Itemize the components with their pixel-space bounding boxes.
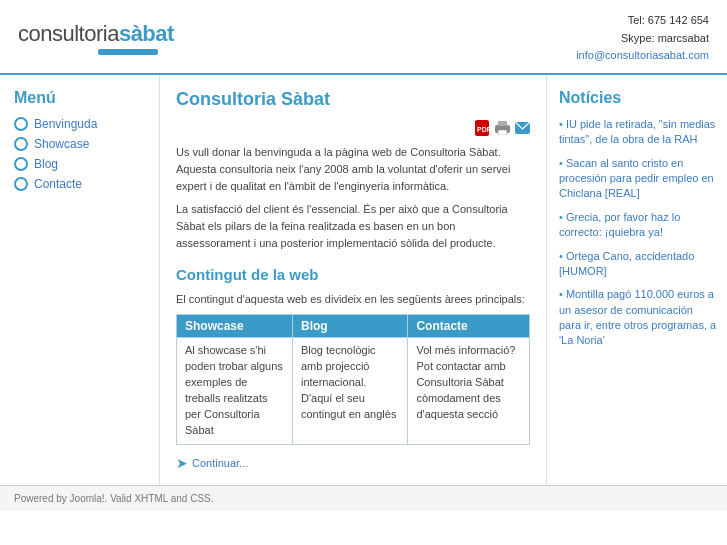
email-icon[interactable]	[514, 120, 530, 136]
news-item-3[interactable]: Ortega Cano, accidentado [HUMOR]	[559, 249, 717, 280]
table-cell-showcase: Al showcase s'hi poden trobar alguns exe…	[177, 338, 293, 445]
logo-underline	[98, 49, 158, 55]
pdf-icon[interactable]: PDF	[474, 120, 490, 136]
arrow-icon: ➤	[176, 455, 188, 471]
news-item-1[interactable]: Sacan al santo cristo en procesión para …	[559, 156, 717, 202]
news-link-2[interactable]: Grecia, por favor haz lo correcto: ¡quie…	[559, 211, 680, 238]
contact-email[interactable]: info@consultoriasabat.com	[576, 47, 709, 65]
circle-icon	[14, 177, 28, 191]
sidebar-link-contacte[interactable]: Contacte	[34, 177, 82, 191]
content-title: Consultoria Sàbat	[176, 89, 530, 110]
svg-text:PDF: PDF	[477, 126, 489, 133]
section-intro: El contingut d'aquesta web es divideix e…	[176, 291, 530, 308]
news-item-2[interactable]: Grecia, por favor haz lo correcto: ¡quie…	[559, 210, 717, 241]
table-header-showcase: Showcase	[177, 315, 293, 338]
sidebar-item-showcase[interactable]: Showcase	[14, 137, 149, 151]
table-header-blog: Blog	[292, 315, 407, 338]
logo-text-row: consultoriasàbat	[18, 21, 174, 47]
news-link-3[interactable]: Ortega Cano, accidentado [HUMOR]	[559, 250, 694, 277]
circle-icon	[14, 117, 28, 131]
logo-text: consultoriasàbat	[18, 21, 174, 47]
logo-accent: sàbat	[119, 21, 174, 46]
table-cell-blog: Blog tecnològic amb projecció internacio…	[292, 338, 407, 445]
news-title: Notícies	[559, 89, 717, 107]
sidebar-link-benvinguda[interactable]: Benvinguda	[34, 117, 97, 131]
contact-skype: Skype: marcsabat	[576, 30, 709, 48]
header: consultoriasàbat Tel: 675 142 654 Skype:…	[0, 0, 727, 75]
main-content: Consultoria Sàbat PDF Us vull donar la b…	[160, 75, 547, 485]
print-icon[interactable]	[494, 120, 510, 136]
news-item-0[interactable]: IU pide la retirada, "sin medias tintas"…	[559, 117, 717, 148]
news-link-0[interactable]: IU pide la retirada, "sin medias tintas"…	[559, 118, 715, 145]
sidebar-item-benvinguda[interactable]: Benvinguda	[14, 117, 149, 131]
logo: consultoriasàbat	[18, 21, 174, 55]
circle-icon	[14, 157, 28, 171]
contact-email-link[interactable]: info@consultoriasabat.com	[576, 49, 709, 61]
circle-icon	[14, 137, 28, 151]
svg-rect-3	[498, 121, 507, 126]
news-link-1[interactable]: Sacan al santo cristo en procesión para …	[559, 157, 714, 200]
sidebar-link-blog[interactable]: Blog	[34, 157, 58, 171]
sidebar-item-contacte[interactable]: Contacte	[14, 177, 149, 191]
sidebar-link-showcase[interactable]: Showcase	[34, 137, 89, 151]
sidebar: Menú Benvinguda Showcase Blog Contacte	[0, 75, 160, 485]
table-header-contacte: Contacte	[408, 315, 530, 338]
continuar-anchor[interactable]: Continuar...	[192, 457, 248, 469]
intro-p1: Us vull donar la benvinguda a la pàgina …	[176, 144, 530, 195]
sidebar-item-blog[interactable]: Blog	[14, 157, 149, 171]
section-title: Contingut de la web	[176, 266, 530, 283]
svg-rect-4	[498, 130, 507, 135]
main-layout: Menú Benvinguda Showcase Blog Contacte C…	[0, 75, 727, 485]
logo-main: consultoria	[18, 21, 119, 46]
contact-info: Tel: 675 142 654 Skype: marcsabat info@c…	[576, 12, 709, 65]
footer-text: Powered by Joomla!. Valid XHTML and CSS.	[14, 493, 214, 504]
menu-title: Menú	[14, 89, 149, 107]
continuar-link[interactable]: ➤ Continuar...	[176, 455, 530, 471]
table-cell-contacte: Vol més informació? Pot contactar amb Co…	[408, 338, 530, 445]
table-row: Al showcase s'hi poden trobar alguns exe…	[177, 338, 530, 445]
news-item-4[interactable]: Montilla pagó 110.000 euros a un asesor …	[559, 287, 717, 349]
news-link-4[interactable]: Montilla pagó 110.000 euros a un asesor …	[559, 288, 716, 346]
news-sidebar: Notícies IU pide la retirada, "sin media…	[547, 75, 727, 485]
intro-p2: La satisfacció del client és l'essencial…	[176, 201, 530, 252]
footer: Powered by Joomla!. Valid XHTML and CSS.	[0, 485, 727, 511]
contact-tel: Tel: 675 142 654	[576, 12, 709, 30]
content-table: Showcase Blog Contacte Al showcase s'hi …	[176, 314, 530, 445]
action-icons-row: PDF	[176, 120, 530, 136]
